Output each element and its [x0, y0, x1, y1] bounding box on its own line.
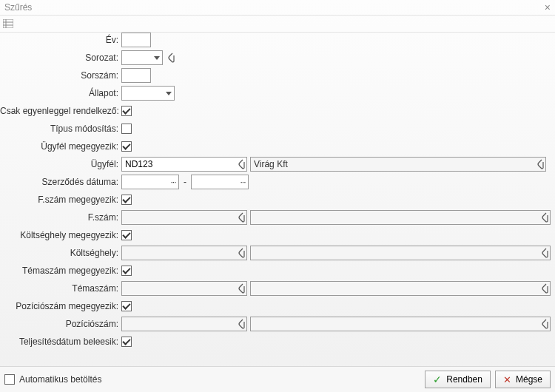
ugyfel-code-field[interactable] [121, 157, 247, 172]
filter-form: Év: Sorozat: Sorszám: [0, 31, 555, 365]
szerzodes-from-input[interactable]: ··· [121, 175, 179, 189]
pozicioszam-a-field[interactable] [121, 317, 247, 331]
auto-load-label: Automatikus betöltés [19, 374, 101, 385]
label-egyenleg: Csak egyenleggel rendelkező: [0, 106, 121, 116]
label-koltseghely-megegyezik: Költséghely megegyezik: [0, 230, 121, 240]
label-tipusmod: Típus módosítás: [0, 124, 121, 134]
label-teljesites: Teljesítésdátum beleesik: [0, 337, 121, 347]
titlebar: Szűrés × [0, 0, 555, 16]
attachment-icon[interactable] [535, 159, 545, 169]
auto-load-group: Automatikus betöltés [4, 374, 101, 385]
ellipsis-icon[interactable]: ··· [168, 175, 178, 189]
cancel-button[interactable]: ✕ Mégse [495, 371, 551, 388]
toolbar [0, 16, 555, 33]
label-ev: Év: [0, 35, 121, 45]
list-grid-icon[interactable] [3, 19, 13, 28]
attachment-icon[interactable] [236, 283, 246, 294]
ugyfel-megegyezik-checkbox[interactable] [121, 141, 132, 152]
button-bar: Automatikus betöltés ✓ Rendben ✕ Mégse [0, 366, 555, 392]
label-koltseghely: Költséghely: [0, 248, 121, 258]
ugyfel-name-value: Virág Kft [251, 159, 535, 169]
allapot-combo[interactable] [121, 86, 175, 101]
label-allapot: Állapot: [0, 88, 121, 98]
attachment-icon[interactable] [236, 248, 246, 258]
label-fszam-megegyezik: F.szám megegyezik: [0, 195, 121, 205]
attachment-icon[interactable] [236, 212, 246, 223]
close-icon[interactable]: × [545, 0, 551, 15]
attachment-icon[interactable] [539, 319, 550, 329]
teljesites-checkbox[interactable] [121, 337, 132, 347]
label-ugyfel-megegyezik: Ügyfél megegyezik: [0, 141, 121, 152]
attachment-icon[interactable] [236, 159, 246, 169]
label-pozicioszam-megegyezik: Pozíciószám megegyezik: [0, 301, 121, 311]
auto-load-checkbox[interactable] [4, 374, 15, 385]
label-fszam: F.szám: [0, 212, 121, 223]
attachment-icon[interactable] [166, 53, 176, 63]
koltseghely-a-field[interactable] [121, 246, 247, 260]
tipusmod-checkbox[interactable] [121, 124, 132, 134]
attachment-icon[interactable] [539, 212, 550, 223]
date-range-dash: - [182, 177, 188, 187]
temaszam-b-field [250, 281, 551, 296]
check-icon: ✓ [433, 374, 442, 385]
chevron-down-icon [152, 51, 162, 64]
fszam-a-field[interactable] [121, 210, 247, 225]
sorszam-input[interactable] [121, 68, 151, 83]
sorozat-combo[interactable] [121, 50, 163, 65]
label-sorozat: Sorozat: [0, 53, 121, 63]
koltseghely-megegyezik-checkbox[interactable] [121, 230, 132, 240]
label-temaszam-megegyezik: Témaszám megegyezik: [0, 266, 121, 276]
temaszam-a-field[interactable] [121, 281, 247, 296]
ugyfel-code-input[interactable] [122, 158, 236, 171]
attachment-icon[interactable] [539, 283, 550, 294]
label-temaszam: Témaszám: [0, 283, 121, 294]
ok-button[interactable]: ✓ Rendben [425, 371, 491, 388]
ellipsis-icon[interactable]: ··· [238, 175, 248, 189]
pozicioszam-b-field [250, 317, 551, 331]
koltseghely-b-field [250, 246, 551, 260]
chevron-down-icon [164, 87, 174, 100]
label-ugyfel: Ügyfél: [0, 159, 121, 169]
temaszam-megegyezik-checkbox[interactable] [121, 266, 132, 276]
attachment-icon[interactable] [539, 248, 550, 258]
label-pozicioszam: Pozíciószám: [0, 319, 121, 329]
x-icon: ✕ [503, 374, 511, 385]
label-szerzodes: Szerződés dátuma: [0, 177, 121, 187]
window-title: Szűrés [4, 0, 32, 15]
fszam-b-field [250, 210, 551, 225]
egyenleg-checkbox[interactable] [121, 106, 132, 116]
szerzodes-to-input[interactable]: ··· [191, 175, 249, 189]
label-sorszam: Sorszám: [0, 70, 121, 81]
svg-rect-0 [3, 19, 13, 28]
attachment-icon[interactable] [236, 319, 246, 329]
pozicioszam-megegyezik-checkbox[interactable] [121, 301, 132, 311]
ugyfel-name-field: Virág Kft [250, 157, 546, 172]
fszam-megegyezik-checkbox[interactable] [121, 195, 132, 205]
year-input[interactable] [121, 33, 151, 47]
